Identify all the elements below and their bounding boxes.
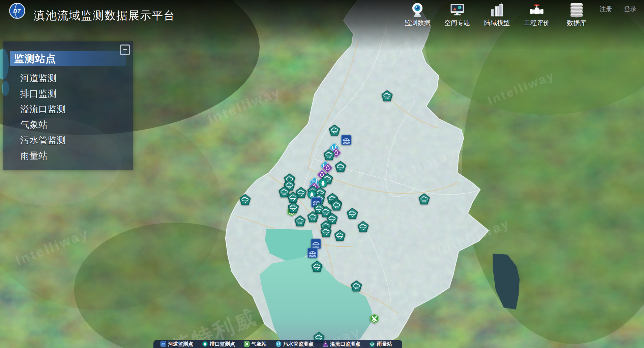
marker-rain-station[interactable] (312, 261, 323, 272)
legend-label: 气象站 (252, 341, 267, 347)
overflow-station-icon (322, 341, 328, 347)
header-nav: 监测数据 空间专题 (403, 2, 591, 27)
sidebar-item-river-monitor[interactable]: 河道监测 (20, 70, 133, 86)
marker-rain-station[interactable] (308, 211, 319, 223)
legend-item-rain-station: 雨量站 (369, 341, 392, 347)
sidebar-item-sewer-monitor[interactable]: 污水管监测 (20, 133, 133, 148)
login-link[interactable]: 登录 (624, 5, 637, 13)
marker-rain-station[interactable] (324, 149, 335, 161)
marker-rain-station[interactable] (382, 90, 393, 102)
marker-rain-station[interactable] (329, 125, 340, 136)
marker-rain-station[interactable] (321, 226, 332, 237)
minimize-icon (123, 49, 127, 51)
legend-item-sewer-station: 污水管监测点 (275, 341, 314, 347)
nav-item-land-model[interactable]: 陆域模型 (483, 2, 511, 27)
nav-item-spatial-theme[interactable]: 空间专题 (443, 2, 471, 27)
nav-item-project-eval[interactable]: 工程评价 (523, 2, 551, 27)
marker-rain-station[interactable] (334, 230, 346, 241)
monitoring-stations-panel: 监测站点 河道监测排口监测溢流口监测气象站污水管监测雨量站 (3, 41, 133, 170)
svg-text:DT: DT (13, 8, 21, 14)
nav-item-monitor-data[interactable]: 监测数据 (403, 2, 432, 27)
marker-rain-station[interactable] (335, 161, 346, 172)
panel-title-monitoring-stations[interactable]: 监测站点 (10, 51, 126, 66)
pipe-valve-icon (529, 2, 545, 18)
sewer-station-icon (275, 341, 282, 347)
marker-river-station[interactable] (341, 135, 352, 145)
legend-label: 排口监测点 (210, 341, 235, 347)
register-link[interactable]: 注册 (599, 5, 612, 13)
legend-label: 雨量站 (377, 341, 392, 347)
legend-item-weather-station: 气象站 (244, 341, 267, 347)
marker-rain-station[interactable] (347, 208, 358, 219)
marker-rain-station[interactable] (351, 281, 362, 292)
rain-station-icon (369, 341, 375, 347)
webcam-icon (410, 2, 425, 18)
app-logo: DT (9, 3, 25, 19)
monitor-chart-icon (449, 2, 465, 18)
app-screen: IntelliwayIntelliwayIntelliwayIntelliway… (0, 0, 644, 348)
legend-label: 河道监测点 (168, 341, 193, 347)
sidebar-item-overflow-monitor[interactable]: 溢流口监测 (20, 102, 133, 117)
outlet-station-icon (202, 341, 208, 347)
legend-item-outlet-station: 排口监测点 (202, 341, 235, 347)
marker-rain-station[interactable] (240, 194, 251, 205)
page-title: 滇池流域监测数据展示平台 (34, 8, 175, 23)
marker-rain-station[interactable] (295, 215, 306, 227)
marker-rain-station[interactable] (288, 202, 299, 213)
auth-links: 注册 登录 (599, 5, 637, 13)
marker-rain-station[interactable] (331, 200, 342, 211)
marker-river-station[interactable] (307, 248, 318, 258)
sidebar-item-weather-station[interactable]: 气象站 (20, 117, 133, 133)
panel-minimize-button[interactable] (120, 45, 130, 55)
sidebar-item-outlet-monitor[interactable]: 排口监测 (20, 86, 133, 102)
legend-label: 污水管监测点 (283, 341, 314, 347)
weather-station-icon (244, 341, 250, 347)
river-station-icon (160, 341, 166, 347)
database-icon (569, 2, 584, 18)
sidebar-item-rain-station[interactable]: 雨量站 (20, 148, 133, 164)
panel-menu: 河道监测排口监测溢流口监测气象站污水管监测雨量站 (3, 70, 133, 164)
legend-item-overflow-station: 溢流口监测点 (322, 341, 360, 347)
marker-rain-station[interactable] (288, 192, 299, 203)
marker-rain-station[interactable] (419, 194, 430, 205)
map-legend: 河道监测点排口监测点气象站污水管监测点溢流口监测点雨量站 (153, 340, 402, 348)
legend-item-river-station: 河道监测点 (160, 341, 193, 347)
marker-rain-station[interactable] (358, 221, 369, 232)
nav-item-database[interactable]: 数据库 (562, 2, 591, 27)
legend-label: 溢流口监测点 (330, 341, 360, 347)
city-buildings-icon (489, 2, 505, 18)
marker-weather-station[interactable] (369, 314, 379, 324)
